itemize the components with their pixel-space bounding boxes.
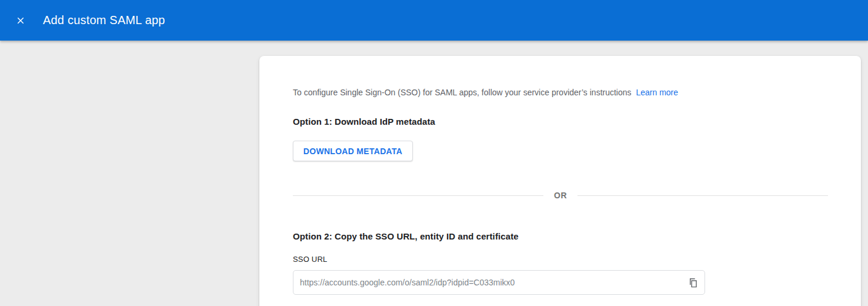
or-label: OR xyxy=(543,191,577,200)
copy-button[interactable] xyxy=(683,273,702,292)
dialog-title: Add custom SAML app xyxy=(43,14,165,27)
option1-heading: Option 1: Download IdP metadata xyxy=(293,116,828,128)
option2-heading: Option 2: Copy the SSO URL, entity ID an… xyxy=(293,231,828,242)
divider-line-right xyxy=(577,195,828,196)
sso-url-input-wrap xyxy=(293,270,705,295)
close-icon xyxy=(15,15,26,26)
sso-url-input[interactable] xyxy=(293,270,705,295)
intro-paragraph: To configure Single Sign-On (SSO) for SA… xyxy=(293,87,828,98)
divider-line-left xyxy=(293,195,543,196)
sso-url-field: SSO URL xyxy=(293,255,828,295)
or-divider: OR xyxy=(293,189,828,201)
saml-config-card: To configure Single Sign-On (SSO) for SA… xyxy=(259,56,861,306)
download-metadata-button[interactable]: DOWNLOAD METADATA xyxy=(293,141,413,161)
sso-url-label: SSO URL xyxy=(293,255,828,264)
copy-icon xyxy=(687,277,699,288)
close-button[interactable] xyxy=(12,12,29,29)
learn-more-link[interactable]: Learn more xyxy=(636,88,678,97)
intro-text: To configure Single Sign-On (SSO) for SA… xyxy=(293,88,632,97)
dialog-header: Add custom SAML app xyxy=(0,0,868,41)
